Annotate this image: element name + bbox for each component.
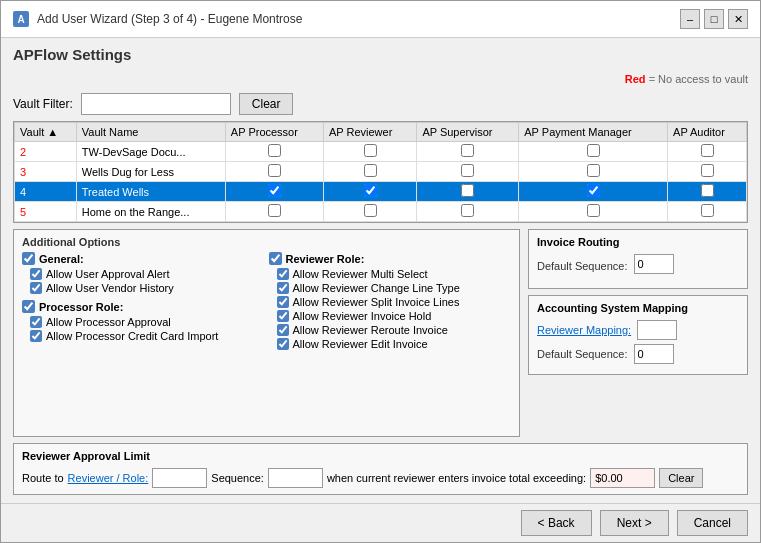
minimize-button[interactable]: – (680, 9, 700, 29)
table-row[interactable]: 5Home on the Range... (15, 202, 747, 222)
reviewer-edit-invoice-checkbox[interactable] (277, 338, 289, 350)
vault-supervisor-checkbox[interactable] (461, 184, 474, 197)
general-checkbox[interactable] (22, 252, 35, 265)
reviewer-invoice-hold-checkbox[interactable] (277, 310, 289, 322)
vault-reviewer-cell (323, 182, 416, 202)
reviewer-multi-select-checkbox[interactable] (277, 268, 289, 280)
reviewer-role-input[interactable] (152, 468, 207, 488)
table-row[interactable]: 2TW-DevSage Docu... (15, 142, 747, 162)
reviewer-mapping-row: Reviewer Mapping: (537, 320, 739, 340)
vault-payment_manager-checkbox[interactable] (587, 164, 600, 177)
window-title: Add User Wizard (Step 3 of 4) - Eugene M… (37, 12, 302, 26)
vault-processor-cell (225, 142, 323, 162)
vault-reviewer-checkbox[interactable] (364, 164, 377, 177)
amount-input[interactable] (590, 468, 655, 488)
vault-filter-input[interactable] (81, 93, 231, 115)
allow-vendor-history-checkbox[interactable] (30, 282, 42, 294)
reviewer-role-label: Reviewer Role: (286, 253, 365, 265)
options-col-left: General: Allow User Approval Alert Allow… (22, 252, 265, 356)
cancel-button[interactable]: Cancel (677, 510, 748, 536)
reviewer-invoice-hold-item: Allow Reviewer Invoice Hold (269, 310, 512, 322)
vault-payment_manager-checkbox[interactable] (587, 204, 600, 217)
vault-filter-label: Vault Filter: (13, 97, 73, 111)
accounting-sequence-input[interactable] (634, 344, 674, 364)
additional-options-title: Additional Options (22, 236, 511, 248)
vault-processor-checkbox[interactable] (268, 144, 281, 157)
when-label: when current reviewer enters invoice tot… (327, 472, 586, 484)
vault-processor-checkbox[interactable] (268, 204, 281, 217)
reviewer-role-checkbox[interactable] (269, 252, 282, 265)
vault-payment_manager-checkbox[interactable] (587, 144, 600, 157)
reviewer-invoice-hold-label: Allow Reviewer Invoice Hold (293, 310, 432, 322)
allow-approval-alert-item: Allow User Approval Alert (22, 268, 265, 280)
col-vault[interactable]: Vault ▲ (15, 123, 77, 142)
col-vault-name: Vault Name (76, 123, 225, 142)
vault-auditor-checkbox[interactable] (701, 144, 714, 157)
allow-credit-card-import-item: Allow Processor Credit Card Import (22, 330, 265, 342)
vault-reviewer-checkbox[interactable] (364, 204, 377, 217)
general-label: General: (39, 253, 84, 265)
invoice-routing-sequence-input[interactable] (634, 254, 674, 274)
route-to-label: Route to (22, 472, 64, 484)
reviewer-mapping-link[interactable]: Reviewer Mapping: (537, 324, 631, 336)
approval-limit-row: Route to Reviewer / Role: Sequence: when… (22, 468, 739, 488)
vault-auditor-checkbox[interactable] (701, 164, 714, 177)
footer-bar: < Back Next > Cancel (1, 503, 760, 542)
processor-role-label: Processor Role: (39, 301, 123, 313)
vault-supervisor-checkbox[interactable] (461, 164, 474, 177)
vault-processor-checkbox[interactable] (268, 184, 281, 197)
vault-reviewer-cell (323, 202, 416, 222)
vault-payment_manager-checkbox[interactable] (587, 184, 600, 197)
app-icon: A (13, 11, 29, 27)
back-button[interactable]: < Back (521, 510, 592, 536)
reviewer-change-line-type-checkbox[interactable] (277, 282, 289, 294)
table-row[interactable]: 3Wells Dug for Less (15, 162, 747, 182)
reviewer-role-link[interactable]: Reviewer / Role: (68, 472, 149, 484)
vault-processor-checkbox[interactable] (268, 164, 281, 177)
vault-reviewer-checkbox[interactable] (364, 144, 377, 157)
processor-role-group: Processor Role: Allow Processor Approval… (22, 300, 265, 342)
next-button[interactable]: Next > (600, 510, 669, 536)
reviewer-approval-panel: Reviewer Approval Limit Route to Reviewe… (13, 443, 748, 495)
reviewer-split-lines-checkbox[interactable] (277, 296, 289, 308)
vault-auditor-checkbox[interactable] (701, 204, 714, 217)
allow-vendor-history-item: Allow User Vendor History (22, 282, 265, 294)
vault-supervisor-cell (417, 202, 519, 222)
allow-approval-alert-checkbox[interactable] (30, 268, 42, 280)
allow-processor-approval-checkbox[interactable] (30, 316, 42, 328)
vault-supervisor-cell (417, 162, 519, 182)
vault-payment_manager-cell (519, 142, 668, 162)
sequence-input[interactable] (268, 468, 323, 488)
no-access-note: Red = No access to vault (13, 73, 748, 85)
vault-auditor-cell (668, 142, 747, 162)
processor-role-header: Processor Role: (22, 300, 265, 313)
bottom-section: Additional Options General: Allow User A… (13, 229, 748, 437)
vault-auditor-cell (668, 182, 747, 202)
table-row[interactable]: 4Treated Wells (15, 182, 747, 202)
allow-approval-alert-label: Allow User Approval Alert (46, 268, 170, 280)
vault-supervisor-checkbox[interactable] (461, 204, 474, 217)
vault-reviewer-checkbox[interactable] (364, 184, 377, 197)
vault-processor-cell (225, 162, 323, 182)
vault-supervisor-checkbox[interactable] (461, 144, 474, 157)
reviewer-mapping-input[interactable] (637, 320, 677, 340)
reviewer-reroute-checkbox[interactable] (277, 324, 289, 336)
approval-clear-button[interactable]: Clear (659, 468, 703, 488)
vault-auditor-checkbox[interactable] (701, 184, 714, 197)
vault-payment_manager-cell (519, 182, 668, 202)
reviewer-multi-select-label: Allow Reviewer Multi Select (293, 268, 428, 280)
vault-id-cell: 3 (15, 162, 77, 182)
vault-payment_manager-cell (519, 202, 668, 222)
vault-filter-clear-button[interactable]: Clear (239, 93, 294, 115)
processor-role-checkbox[interactable] (22, 300, 35, 313)
vault-table-container: Vault ▲ Vault Name AP Processor AP Revie… (13, 121, 748, 223)
vault-payment_manager-cell (519, 162, 668, 182)
maximize-button[interactable]: □ (704, 9, 724, 29)
allow-credit-card-import-checkbox[interactable] (30, 330, 42, 342)
vault-reviewer-cell (323, 162, 416, 182)
close-button[interactable]: ✕ (728, 9, 748, 29)
reviewer-edit-invoice-label: Allow Reviewer Edit Invoice (293, 338, 428, 350)
reviewer-change-line-type-item: Allow Reviewer Change Line Type (269, 282, 512, 294)
reviewer-role-group: Reviewer Role: Allow Reviewer Multi Sele… (269, 252, 512, 350)
accounting-sequence-label: Default Sequence: (537, 348, 628, 360)
